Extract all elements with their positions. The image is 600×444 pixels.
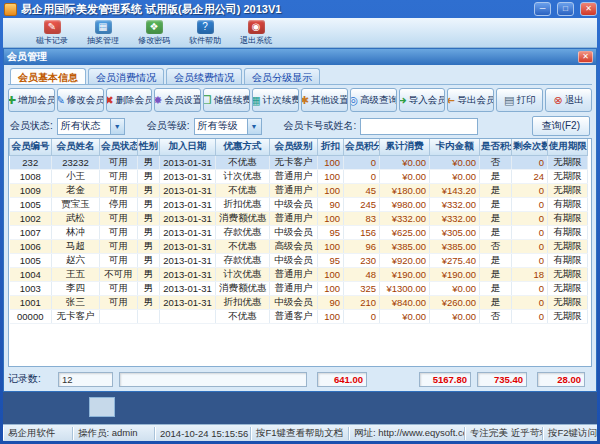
table-row[interactable]: 1006马超可用男2013-01-31不优惠高级会员10096¥385.00¥3… bbox=[10, 239, 588, 253]
table-cell: ¥143.20 bbox=[430, 183, 480, 197]
table-row[interactable]: 1005赵六可用男2013-01-31存款优惠中级会员95230¥920.00¥… bbox=[10, 253, 588, 267]
dialog-titlebar: 会员管理 ✕ bbox=[4, 49, 596, 65]
table-cell: 2013-01-31 bbox=[160, 183, 216, 197]
add-member-button[interactable]: ✚增加会员 bbox=[8, 88, 55, 112]
table-cell: ¥275.40 bbox=[430, 253, 480, 267]
table-cell: ¥920.00 bbox=[380, 253, 430, 267]
table-cell: 100 bbox=[318, 155, 344, 169]
table-cell: 普通客户 bbox=[270, 309, 318, 323]
column-header[interactable]: 折扣 bbox=[318, 139, 344, 155]
table-row[interactable]: 1009老金可用男2013-01-31不优惠普通用户10045¥180.00¥1… bbox=[10, 183, 588, 197]
table-cell: 男 bbox=[138, 253, 160, 267]
column-header[interactable]: 会员级别 bbox=[270, 139, 318, 155]
column-header[interactable]: 卡内金额 bbox=[430, 139, 480, 155]
advanced-query-button[interactable]: ◎高级查询 bbox=[350, 88, 397, 112]
table-cell: ¥332.00 bbox=[430, 211, 480, 225]
dialog-close-icon[interactable]: ✕ bbox=[578, 51, 593, 63]
table-cell: ¥980.00 bbox=[380, 197, 430, 211]
table-cell: 男 bbox=[138, 225, 160, 239]
table-cell: 中级会员 bbox=[270, 225, 318, 239]
table-row[interactable]: 1008小王可用男2013-01-31计次优惠普通用户1000¥0.00¥0.0… bbox=[10, 169, 588, 183]
print-button[interactable]: ▤打印 bbox=[496, 88, 543, 112]
table-cell: 100 bbox=[318, 281, 344, 295]
table-row[interactable]: 1003李四可用男2013-01-31消费额优惠普通用户100325¥1300.… bbox=[10, 281, 588, 295]
minimize-button[interactable]: ─ bbox=[534, 2, 551, 16]
export-member-icon: ➜ bbox=[447, 95, 455, 106]
add-member-icon: ✚ bbox=[8, 95, 16, 106]
tab-basic-info[interactable]: 会员基本信息 bbox=[10, 68, 86, 84]
maximize-button[interactable]: □ bbox=[557, 2, 574, 16]
toolbar-software-help[interactable]: ?软件帮助 bbox=[184, 20, 226, 46]
count-renew-button[interactable]: ▦计次续费 bbox=[252, 88, 299, 112]
edit-member-button[interactable]: ✎修改会员 bbox=[57, 88, 104, 112]
button-label: 计次续费 bbox=[263, 94, 299, 107]
table-cell: ¥305.00 bbox=[430, 225, 480, 239]
member-settings-icon: ✸ bbox=[154, 95, 162, 106]
table-cell: 100 bbox=[318, 183, 344, 197]
member-level-select[interactable]: 所有等级 ▼ bbox=[194, 118, 262, 135]
column-header[interactable]: 性别 bbox=[138, 139, 160, 155]
table-row[interactable]: 1004王五不可用男2013-01-31计次优惠普通用户10048¥190.00… bbox=[10, 267, 588, 281]
member-settings-button[interactable]: ✸会员设置 bbox=[154, 88, 201, 112]
column-header[interactable]: 使用期限 bbox=[548, 139, 588, 155]
toolbar-exit-system[interactable]: ◉退出系统 bbox=[235, 20, 277, 46]
column-header[interactable]: 是否积分 bbox=[480, 139, 512, 155]
export-member-button[interactable]: ➜导出会员 bbox=[447, 88, 494, 112]
table-cell: 无卡客户 bbox=[52, 309, 100, 323]
column-header[interactable]: 会员姓名 bbox=[52, 139, 100, 155]
table-cell: 1003 bbox=[10, 281, 52, 295]
column-header[interactable]: 会员积分 bbox=[344, 139, 380, 155]
toolbar-lottery-manage[interactable]: ▦抽奖管理 bbox=[82, 20, 124, 46]
tab-renewal[interactable]: 会员续费情况 bbox=[166, 68, 242, 84]
table-cell: 0 bbox=[512, 197, 548, 211]
exit-button[interactable]: ⊗退出 bbox=[545, 88, 592, 112]
table-cell: ¥190.00 bbox=[380, 267, 430, 281]
table-row[interactable]: 00000无卡客户不优惠普通客户1000¥0.00¥0.00否0无期限 bbox=[10, 309, 588, 323]
close-button[interactable]: ✕ bbox=[580, 2, 597, 16]
table-cell: 2013-01-31 bbox=[160, 155, 216, 169]
table-cell: 否 bbox=[480, 155, 512, 169]
tab-level-display[interactable]: 会员分级显示 bbox=[244, 68, 320, 84]
delete-member-button[interactable]: ✖删除会员 bbox=[106, 88, 153, 112]
search-button[interactable]: 查询(F2) bbox=[532, 116, 590, 136]
table-cell: 1004 bbox=[10, 267, 52, 281]
table-cell: 0 bbox=[344, 309, 380, 323]
lottery-manage-icon: ▦ bbox=[95, 20, 112, 34]
status-cell-6: 按F2键访问官网 bbox=[543, 427, 597, 440]
column-header[interactable]: 会员编号 bbox=[10, 139, 52, 155]
table-cell: 贾宝玉 bbox=[52, 197, 100, 211]
table-row[interactable]: 1005贾宝玉停用男2013-01-31折扣优惠中级会员90245¥980.00… bbox=[10, 197, 588, 211]
table-row[interactable]: 1007林冲可用男2013-01-31存款优惠中级会员95156¥625.00¥… bbox=[10, 225, 588, 239]
column-header[interactable]: 累计消费 bbox=[380, 139, 430, 155]
member-status-label: 会员状态: bbox=[10, 119, 53, 133]
card-or-name-input[interactable] bbox=[360, 118, 478, 135]
table-cell: 赵六 bbox=[52, 253, 100, 267]
table-cell: 0 bbox=[344, 169, 380, 183]
toolbar-card-record[interactable]: ✎磁卡记录 bbox=[31, 20, 73, 46]
table-cell: 100 bbox=[318, 309, 344, 323]
mdi-background bbox=[3, 392, 597, 424]
table-row[interactable]: 1002武松可用男2013-01-31消费额优惠普通用户10083¥332.00… bbox=[10, 211, 588, 225]
table-cell: ¥0.00 bbox=[380, 169, 430, 183]
table-cell: 无期限 bbox=[548, 281, 588, 295]
column-header[interactable]: 会员状态 bbox=[100, 139, 138, 155]
edit-member-icon: ✎ bbox=[57, 95, 65, 106]
table-cell: 折扣优惠 bbox=[216, 197, 270, 211]
table-cell: 1007 bbox=[10, 225, 52, 239]
table-cell: 是 bbox=[480, 267, 512, 281]
table-row[interactable]: 1001张三可用男2013-01-31折扣优惠中级会员90210¥840.00¥… bbox=[10, 295, 588, 309]
toolbar-change-password[interactable]: ❖修改密码 bbox=[133, 20, 175, 46]
column-header[interactable]: 加入日期 bbox=[160, 139, 216, 155]
other-settings-button[interactable]: ✱其他设置 bbox=[301, 88, 348, 112]
button-label: 高级查询 bbox=[360, 94, 397, 107]
column-header[interactable]: 优惠方式 bbox=[216, 139, 270, 155]
table-cell: 男 bbox=[138, 155, 160, 169]
member-status-select[interactable]: 所有状态 ▼ bbox=[57, 118, 125, 135]
table-row[interactable]: 23223232可用男2013-01-31不优惠无卡客户1000¥0.00¥0.… bbox=[10, 155, 588, 169]
tab-consumption[interactable]: 会员消费情况 bbox=[88, 68, 164, 84]
table-cell: 90 bbox=[318, 295, 344, 309]
column-header[interactable]: 剩余次数 bbox=[512, 139, 548, 155]
import-member-button[interactable]: ➜导入会员 bbox=[399, 88, 446, 112]
table-cell: 无期限 bbox=[548, 309, 588, 323]
stored-value-renew-button[interactable]: ❒储值续费 bbox=[203, 88, 250, 112]
